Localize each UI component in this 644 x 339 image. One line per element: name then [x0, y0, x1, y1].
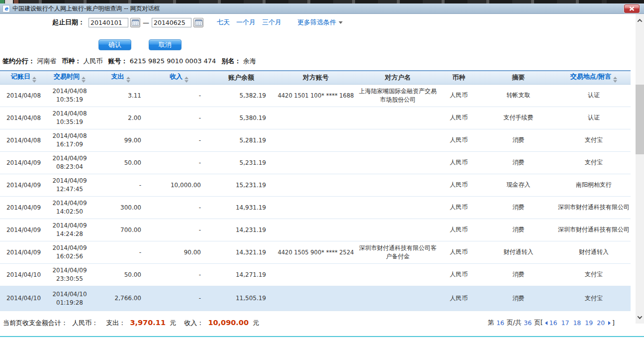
cell-location: 认证	[557, 107, 631, 129]
page-link-4[interactable]: 19	[585, 319, 593, 327]
cell-post-date: 2014/04/09	[0, 151, 47, 174]
dialog-title: 中国建设银行个人网上银行-账户明细查询 -- 网页对话框	[12, 4, 160, 13]
start-date-calendar-button[interactable]	[130, 18, 140, 27]
totals-income-unit: 元	[253, 319, 259, 327]
scrollbar-thumb[interactable]	[636, 85, 644, 154]
cell-post-date: 2014/04/09	[0, 174, 47, 196]
column-header-label: 对方账号	[303, 74, 329, 81]
bottom-accent-line	[0, 336, 644, 337]
cell-post-date: 2014/04/10	[0, 286, 47, 311]
account-number-value: 6215 9825 9010 0003 474	[130, 57, 216, 65]
table-row[interactable]: 2014/04/092014/04/0914:24:28700.00-14,23…	[0, 219, 631, 241]
cell-balance: 5,281.19	[209, 129, 274, 151]
cell-post-date: 2014/04/09	[0, 241, 47, 263]
cell-expense: 700.00	[92, 219, 149, 241]
table-row[interactable]: 2014/04/092014/04/0914:02:50300.00-14,93…	[0, 196, 631, 219]
cell-post-date: 2014/04/08	[0, 107, 47, 129]
table-row[interactable]: 2014/04/082014/04/0810:35:193.11-5,382.1…	[0, 84, 631, 107]
cell-counterparty-account	[274, 219, 358, 241]
cell-post-date: 2014/04/09	[0, 219, 47, 241]
cell-counterparty-account	[274, 107, 358, 129]
table-row[interactable]: 2014/04/092014/04/0912:47:45-10,000.0015…	[0, 174, 631, 196]
cell-counterparty-account	[274, 196, 358, 219]
cell-location: 支付宝	[557, 151, 631, 174]
cell-income: -	[149, 219, 209, 241]
cell-expense: 2,766.00	[92, 286, 149, 311]
cell-counterparty-name	[358, 286, 438, 311]
column-header-4[interactable]: 收入	[149, 71, 209, 84]
sort-icon	[82, 77, 86, 83]
quick-range-seven-days[interactable]: 七天	[217, 18, 230, 27]
currency-value: 人民币	[83, 57, 102, 65]
quick-range-three-months[interactable]: 三个月	[262, 18, 281, 27]
cell-transaction-time: 2014/04/0914:24:28	[47, 219, 92, 241]
dialog-content: 起止日期： — 七天 一个月	[0, 17, 636, 328]
close-button[interactable]	[624, 4, 640, 13]
transactions-table: 记账日交易时间支出收入账户余额对方账号对方户名币种摘要交易地点/附言 2014/…	[0, 70, 631, 311]
column-header-10[interactable]: 交易地点/附言	[557, 71, 631, 84]
column-header-5: 账户余额	[209, 71, 274, 84]
quick-range-one-month[interactable]: 一个月	[236, 18, 256, 27]
totals-label: 当前页收支金额合计：	[3, 319, 68, 327]
table-row[interactable]: 2014/04/092014/04/0908:23:0450.00-5,231.…	[0, 151, 631, 174]
page-link-5[interactable]: 20	[597, 319, 605, 327]
end-date-calendar-button[interactable]	[193, 18, 203, 27]
cell-balance: 11,505.19	[209, 286, 274, 311]
cell-counterparty-name	[358, 107, 438, 129]
date-range-label: 起止日期：	[52, 18, 85, 27]
cell-counterparty-name: 深圳市财付通科技有限公司客户备付金	[358, 241, 438, 263]
cell-balance: 14,931.19	[209, 196, 274, 219]
next-pages-icon[interactable]	[608, 321, 611, 325]
scroll-up-button[interactable]	[636, 16, 644, 25]
page-link-3[interactable]: 18	[573, 319, 581, 327]
column-header-6: 对方账号	[274, 71, 358, 84]
table-row[interactable]: 2014/04/102014/04/0923:30:5550.00-14,271…	[0, 263, 631, 286]
pagination-mid: 页/共	[507, 319, 521, 327]
table-row[interactable]: 2014/04/092014/04/0916:02:56-90.0014,321…	[0, 241, 631, 263]
page-link-2[interactable]: 17	[561, 319, 569, 327]
cell-counterparty-account	[274, 129, 358, 151]
cell-expense: 2.00	[92, 107, 149, 129]
page-totals: 当前页收支金额合计： 人民币： 支出： 3,970.11 元 收入： 10,09…	[3, 319, 262, 328]
end-date-input[interactable]	[152, 18, 191, 27]
pagination: 第 16 页/共 36 页[ 16 17 18 19 20 ]	[487, 319, 616, 327]
cell-transaction-time: 2014/04/0916:02:56	[47, 241, 92, 263]
column-header-1[interactable]: 记账日	[0, 71, 47, 84]
prev-pages-icon[interactable]	[545, 321, 548, 325]
cancel-button[interactable]: 取消	[149, 39, 182, 50]
table-row[interactable]: 2014/04/082014/04/0810:35:192.00-5,380.1…	[0, 107, 631, 129]
chevron-down-icon	[638, 314, 643, 319]
vertical-scrollbar[interactable]	[636, 14, 644, 324]
column-header-3[interactable]: 支出	[92, 71, 149, 84]
scroll-down-button[interactable]	[636, 313, 644, 322]
cell-counterparty-name	[358, 263, 438, 286]
column-header-9: 摘要	[480, 71, 557, 84]
cell-transaction-time: 2014/04/0923:30:55	[47, 263, 92, 286]
calendar-icon	[132, 19, 139, 26]
pagination-suffix: 页[	[534, 319, 543, 327]
pagination-current-page: 16	[496, 319, 504, 327]
cell-expense: 50.00	[92, 151, 149, 174]
background-tab-fragment	[14, 0, 18, 3]
cell-summary: 消费	[480, 151, 557, 174]
table-row[interactable]: 2014/04/102014/04/1001:19:282,766.00-11,…	[0, 286, 631, 311]
background-window-strip	[0, 0, 644, 3]
action-buttons: 确认 取消	[0, 39, 636, 50]
ie-browser-icon: e	[2, 5, 10, 12]
more-filters-link[interactable]: 更多筛选条件	[297, 18, 343, 27]
cell-location: 财付通转入	[557, 241, 631, 263]
confirm-button[interactable]: 确认	[98, 39, 131, 50]
column-header-2[interactable]: 交易时间	[47, 71, 92, 84]
cell-counterparty-name	[358, 219, 438, 241]
cell-summary: 财付通转入	[480, 241, 557, 263]
cell-balance: 15,231.19	[209, 174, 274, 196]
column-header-label: 币种	[453, 74, 465, 81]
cell-transaction-time: 2014/04/0816:17:09	[47, 129, 92, 151]
cell-counterparty-name	[358, 151, 438, 174]
start-date-input[interactable]	[89, 18, 128, 27]
totals-income-amount: 10,090.00	[208, 319, 249, 327]
page-link-1[interactable]: 16	[550, 319, 557, 327]
table-row[interactable]: 2014/04/082014/04/0816:17:0999.00-5,281.…	[0, 129, 631, 151]
cell-counterparty-account: 4420 1505 900* **** 2524	[274, 241, 358, 263]
column-header-7: 对方户名	[358, 71, 438, 84]
